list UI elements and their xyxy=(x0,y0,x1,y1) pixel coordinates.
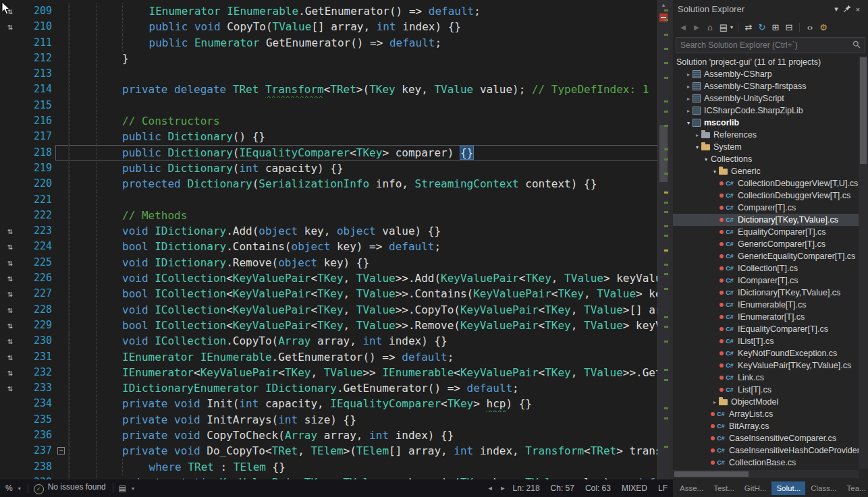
tree-item[interactable]: C#IDictionary[TKey,TValue].cs xyxy=(673,287,859,299)
code-line[interactable]: ⇅233IDictionaryEnumerator IDictionary.Ge… xyxy=(0,380,658,396)
fold-margin[interactable] xyxy=(55,113,69,129)
implements-arrows-icon[interactable]: ⇅ xyxy=(7,352,13,362)
tree-item[interactable]: C#EqualityComparer[T].cs xyxy=(673,226,859,238)
tree-item[interactable]: C#KeyNotFoundException.cs xyxy=(673,347,859,359)
glyph-margin[interactable] xyxy=(0,396,20,411)
glyph-margin[interactable]: ⇅ xyxy=(0,380,20,396)
switch-views-dropdown-icon[interactable]: ▾ xyxy=(730,24,733,30)
code-line[interactable]: 239private static KeyValuePair<TKey, TVa… xyxy=(0,475,658,479)
tree-item[interactable]: Solution 'project-gui' (11 of 11 project… xyxy=(673,56,859,68)
implements-arrows-icon[interactable]: ⇅ xyxy=(7,273,13,283)
glyph-margin[interactable]: ⇅ xyxy=(0,365,20,380)
fold-margin[interactable]: − xyxy=(55,443,69,459)
tree-item[interactable]: C#Dictionary[TKey,TValue].cs xyxy=(673,214,859,226)
fold-margin[interactable] xyxy=(55,176,69,192)
line-number[interactable]: 236 xyxy=(20,428,55,443)
glyph-margin[interactable] xyxy=(0,459,20,475)
code-line[interactable]: ⇅230void ICollection.CopyTo(Array array,… xyxy=(0,333,658,349)
tree-item[interactable]: C#KeyValuePair[TKey,TValue].cs xyxy=(673,359,859,372)
fold-margin[interactable] xyxy=(55,475,69,479)
home-icon[interactable]: ⌂ xyxy=(704,22,716,32)
cursor-line-indicator[interactable]: Ln: 218 xyxy=(513,484,540,493)
tree-item[interactable]: C#IEnumerator[T].cs xyxy=(673,311,859,323)
line-number[interactable]: 210 xyxy=(20,19,55,34)
implements-arrows-icon[interactable]: ⇅ xyxy=(7,336,13,346)
code-line[interactable]: 234private void Init(int capacity, IEqua… xyxy=(0,396,658,411)
tool-tab-tea[interactable]: Tea... xyxy=(842,481,868,495)
code-line[interactable]: ⇅226void ICollection<KeyValuePair<TKey, … xyxy=(0,270,658,286)
glyph-margin[interactable]: ⇅ xyxy=(0,255,20,270)
line-number[interactable]: 238 xyxy=(20,459,55,475)
fold-margin[interactable] xyxy=(55,223,69,239)
encoding-indicator[interactable]: MIXED xyxy=(622,484,647,493)
line-number[interactable]: 231 xyxy=(20,349,55,365)
line-number[interactable]: 230 xyxy=(20,333,55,349)
fold-margin[interactable] xyxy=(55,3,69,19)
issues-status[interactable]: ✓No issues found xyxy=(34,482,106,494)
tree-item[interactable]: C#List[T].cs xyxy=(673,384,859,396)
implements-arrows-icon[interactable]: ⇅ xyxy=(7,383,13,393)
tree-item[interactable]: C#CollectionDebuggerView[T].cs xyxy=(673,189,859,202)
fold-margin[interactable] xyxy=(55,349,69,365)
line-number[interactable]: 235 xyxy=(20,412,55,428)
tree-hscrollbar-thumb[interactable] xyxy=(674,471,749,477)
tool-tab-class[interactable]: Class... xyxy=(806,481,841,495)
fold-margin[interactable] xyxy=(55,459,69,475)
fold-margin[interactable] xyxy=(55,239,69,254)
tree-item[interactable]: C#CaseInsensitiveHashCodeProvider.cs xyxy=(673,444,859,457)
implements-arrows-icon[interactable]: ⇅ xyxy=(7,305,13,315)
line-number[interactable]: 216 xyxy=(20,113,55,129)
code-line[interactable]: 220protected Dictionary(SerializationInf… xyxy=(0,176,658,192)
code-line[interactable]: ⇅224bool IDictionary.Contains(object key… xyxy=(0,239,658,254)
glyph-margin[interactable]: ⇅ xyxy=(0,302,20,318)
glyph-margin[interactable]: ⇅ xyxy=(0,19,20,34)
glyph-margin[interactable]: ⇅ xyxy=(0,333,20,349)
search-input[interactable] xyxy=(676,40,852,50)
zoom-control[interactable]: % xyxy=(5,484,13,493)
nav-back-icon[interactable]: ◄ xyxy=(677,22,689,32)
fold-margin[interactable] xyxy=(55,286,69,301)
line-number[interactable]: 224 xyxy=(20,239,55,254)
search-icon[interactable] xyxy=(852,39,861,51)
line-number[interactable]: 234 xyxy=(20,396,55,411)
glyph-margin[interactable] xyxy=(0,129,20,144)
line-number[interactable]: 218 xyxy=(20,145,55,160)
fold-margin[interactable] xyxy=(55,428,69,443)
tree-item[interactable]: C#GenericEqualityComparer[T].cs xyxy=(673,250,859,262)
line-number[interactable]: 219 xyxy=(20,160,55,176)
glyph-margin[interactable] xyxy=(0,51,20,66)
line-number[interactable]: 228 xyxy=(20,302,55,318)
tree-horizontal-scrollbar[interactable] xyxy=(673,470,859,478)
glyph-margin[interactable]: ⇅ xyxy=(0,270,20,286)
tool-tab-solut[interactable]: Solut... xyxy=(771,481,805,495)
nav-forward-icon[interactable]: ► xyxy=(500,485,506,492)
fold-margin[interactable] xyxy=(55,51,69,66)
sync-with-active-document-icon[interactable]: ⇄ xyxy=(742,22,755,32)
analysis-panel-icon[interactable]: ▤ xyxy=(119,484,126,493)
fold-margin[interactable] xyxy=(55,19,69,34)
tree-vscrollbar-thumb[interactable] xyxy=(860,57,867,164)
tree-item[interactable]: ▸ICSharpCode.SharpZipLib xyxy=(673,105,859,117)
fold-margin[interactable] xyxy=(55,192,69,208)
collapse-arrow-icon[interactable]: ▾ xyxy=(711,169,719,175)
expand-arrow-icon[interactable]: ▸ xyxy=(693,132,701,138)
tree-item[interactable]: C#GenericComparer[T].cs xyxy=(673,238,859,250)
line-number[interactable]: 221 xyxy=(20,192,55,208)
line-number[interactable]: 233 xyxy=(20,380,55,396)
glyph-margin[interactable] xyxy=(0,66,20,82)
code-line[interactable]: ⇅209IEnumerator IEnumerable.GetEnumerato… xyxy=(0,3,658,19)
code-line[interactable]: 235private void InitArrays(int size) {} xyxy=(0,412,658,428)
implements-arrows-icon[interactable]: ⇅ xyxy=(7,226,13,236)
tool-tab-test[interactable]: Test... xyxy=(709,481,739,495)
nav-back-icon[interactable]: ◄ xyxy=(487,485,493,492)
code-line[interactable]: 211public Enumerator GetEnumerator() => … xyxy=(0,35,658,51)
code-line[interactable]: 213 xyxy=(0,66,658,82)
refresh-icon[interactable]: ↻ xyxy=(756,22,768,32)
fold-margin[interactable] xyxy=(55,365,69,380)
fold-margin[interactable] xyxy=(55,318,69,333)
fold-margin[interactable] xyxy=(55,145,69,160)
code-line[interactable]: 216// Constructors xyxy=(0,113,658,129)
fold-margin[interactable] xyxy=(55,396,69,411)
glyph-margin[interactable] xyxy=(0,475,20,479)
tree-item[interactable]: C#IList[T].cs xyxy=(673,335,859,347)
